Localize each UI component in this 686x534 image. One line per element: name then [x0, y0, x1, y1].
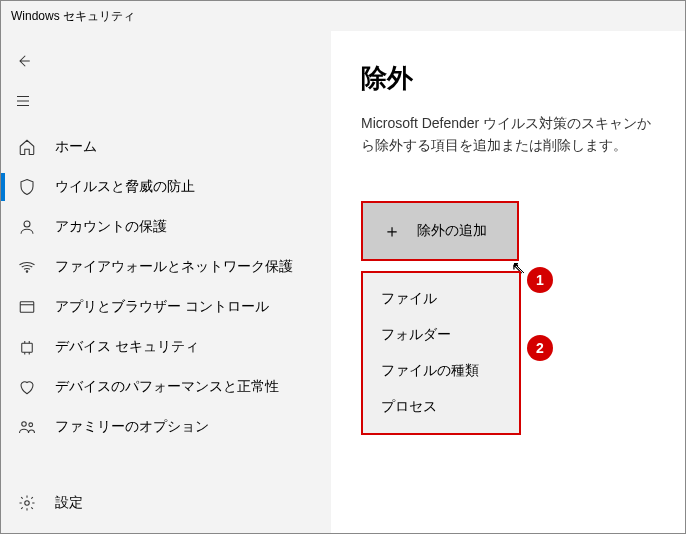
window-title: Windows セキュリティ — [11, 8, 135, 25]
back-button[interactable] — [1, 41, 45, 81]
window-body: ホーム ウイルスと脅威の防止 アカウントの保護 ファイアウォールとネットワーク保… — [1, 31, 685, 533]
svg-rect-3 — [22, 343, 33, 352]
sidebar-bottom: 設定 — [1, 483, 331, 533]
sidebar-item-label: 設定 — [55, 494, 83, 512]
svg-rect-2 — [20, 302, 34, 313]
gear-icon — [17, 493, 37, 513]
shield-icon — [17, 177, 37, 197]
svg-point-5 — [29, 423, 33, 427]
menu-item-file[interactable]: ファイル — [363, 281, 519, 317]
add-exclusion-label: 除外の追加 — [417, 222, 487, 240]
add-exclusion-button[interactable]: ＋ 除外の追加 — [361, 201, 519, 261]
menu-item-filetype[interactable]: ファイルの種類 — [363, 353, 519, 389]
family-icon — [17, 417, 37, 437]
sidebar-item-label: ウイルスと脅威の防止 — [55, 178, 195, 196]
annotation-badge-2: 2 — [527, 335, 553, 361]
content-area: 除外 Microsoft Defender ウイルス対策のスキャンから除外する項… — [331, 31, 685, 533]
menu-item-folder[interactable]: フォルダー — [363, 317, 519, 353]
annotation-badge-1: 1 — [527, 267, 553, 293]
add-exclusion-wrapper: ＋ 除外の追加 ⭦︎ ↖ — [361, 201, 519, 261]
page-title: 除外 — [361, 61, 655, 96]
svg-point-6 — [25, 501, 30, 506]
page-description: Microsoft Defender ウイルス対策のスキャンから除外する項目を追… — [361, 112, 655, 157]
sidebar-item-device-security[interactable]: デバイス セキュリティ — [1, 327, 331, 367]
hamburger-icon — [14, 92, 32, 110]
svg-point-0 — [24, 221, 30, 227]
sidebar-item-firewall[interactable]: ファイアウォールとネットワーク保護 — [1, 247, 331, 287]
sidebar-item-label: デバイスのパフォーマンスと正常性 — [55, 378, 279, 396]
titlebar: Windows セキュリティ — [1, 1, 685, 31]
sidebar-item-account[interactable]: アカウントの保護 — [1, 207, 331, 247]
network-icon — [17, 257, 37, 277]
menu-item-process[interactable]: プロセス — [363, 389, 519, 425]
sidebar-item-settings[interactable]: 設定 — [1, 483, 331, 523]
sidebar-item-label: デバイス セキュリティ — [55, 338, 199, 356]
sidebar-item-label: ファミリーのオプション — [55, 418, 209, 436]
exclusion-type-menu: ファイル フォルダー ファイルの種類 プロセス — [361, 271, 521, 435]
sidebar-nav: ホーム ウイルスと脅威の防止 アカウントの保護 ファイアウォールとネットワーク保… — [1, 127, 331, 447]
sidebar-item-label: アプリとブラウザー コントロール — [55, 298, 269, 316]
person-icon — [17, 217, 37, 237]
heart-icon — [17, 377, 37, 397]
sidebar-item-label: ファイアウォールとネットワーク保護 — [55, 258, 293, 276]
svg-point-4 — [22, 422, 27, 427]
sidebar-top — [1, 31, 331, 121]
sidebar-item-home[interactable]: ホーム — [1, 127, 331, 167]
sidebar-item-virus[interactable]: ウイルスと脅威の防止 — [1, 167, 331, 207]
plus-icon: ＋ — [383, 219, 401, 243]
sidebar-item-label: アカウントの保護 — [55, 218, 167, 236]
window-root: Windows セキュリティ ホーム ウイルスと脅威の防止 — [0, 0, 686, 534]
home-icon — [17, 137, 37, 157]
sidebar-item-appbrowser[interactable]: アプリとブラウザー コントロール — [1, 287, 331, 327]
sidebar-item-label: ホーム — [55, 138, 97, 156]
app-icon — [17, 297, 37, 317]
chip-icon — [17, 337, 37, 357]
sidebar: ホーム ウイルスと脅威の防止 アカウントの保護 ファイアウォールとネットワーク保… — [1, 31, 331, 533]
hamburger-button[interactable] — [1, 81, 45, 121]
arrow-left-icon — [14, 52, 32, 70]
sidebar-item-family[interactable]: ファミリーのオプション — [1, 407, 331, 447]
sidebar-item-performance[interactable]: デバイスのパフォーマンスと正常性 — [1, 367, 331, 407]
svg-point-1 — [26, 271, 28, 273]
